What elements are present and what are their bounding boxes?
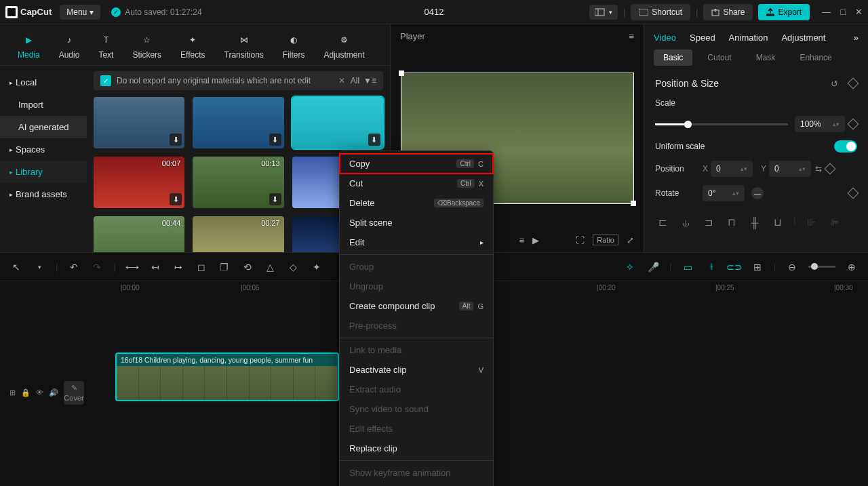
selection-tool-icon[interactable]: ↖ (9, 260, 23, 274)
media-thumbnail[interactable]: 00:13⬇ (193, 157, 283, 208)
tab-filters[interactable]: ◐Filters (273, 30, 315, 65)
preview-icon[interactable]: ⊞ (751, 260, 764, 274)
zoom-out-icon[interactable]: ⊖ (785, 260, 799, 274)
keyframe-icon[interactable] (848, 119, 859, 130)
delete-right-icon[interactable]: ↦ (172, 260, 185, 274)
download-icon[interactable]: ⬇ (170, 134, 182, 146)
duplicate-icon[interactable]: ❐ (218, 260, 231, 274)
tab-media[interactable]: ▶Media (8, 30, 50, 65)
rotate-input[interactable]: 0°▴▾ (703, 185, 745, 201)
shortcut-button[interactable]: Shortcut (631, 4, 690, 20)
reverse-icon[interactable]: ⟲ (241, 260, 254, 274)
media-thumbnail[interactable]: 00:07⬇ (94, 157, 184, 208)
scale-slider[interactable] (655, 123, 788, 125)
menu-item-copy[interactable]: CopyCtrlC (340, 154, 493, 174)
freeze-icon[interactable]: ✦ (310, 260, 323, 274)
align-center-v-icon[interactable]: ╫ (747, 215, 762, 230)
mic-icon[interactable]: 🎤 (646, 260, 660, 274)
subtab-enhance[interactable]: Enhance (790, 49, 841, 66)
magnet-icon[interactable]: ⫲ (705, 260, 718, 274)
mirror-h-icon[interactable]: △ (264, 260, 277, 274)
align-top-icon[interactable]: ⊓ (724, 215, 739, 230)
distribute-v-icon[interactable]: ⊫ (827, 215, 842, 230)
inspector-tab-speed[interactable]: Speed (690, 33, 715, 43)
menu-item-split-scene[interactable]: Split scene (340, 213, 493, 232)
align-center-h-icon[interactable]: ⫝ (678, 215, 693, 230)
distribute-h-icon[interactable]: ⊪ (804, 215, 818, 230)
media-thumbnail[interactable]: ⬇ (94, 97, 184, 148)
share-button[interactable]: Share (703, 4, 753, 20)
delete-left-icon[interactable]: ↤ (149, 260, 162, 274)
reset-icon[interactable]: ↺ (831, 79, 838, 89)
menu-item-create-compound-clip[interactable]: Create compound clipAltG (340, 296, 493, 316)
scale-input[interactable]: 100%▴▾ (795, 116, 845, 132)
ratio-button[interactable]: Ratio (593, 235, 618, 245)
minimize-button[interactable]: — (822, 7, 831, 17)
download-icon[interactable]: ⬇ (368, 134, 380, 146)
maximize-button[interactable]: □ (840, 7, 846, 17)
link-icon[interactable]: ⊂⊃ (728, 260, 741, 274)
aspect-button[interactable]: ▾ (589, 5, 618, 20)
zoom-in-icon[interactable]: ⊕ (845, 260, 859, 274)
close-warning-icon[interactable]: ✕ (338, 76, 345, 85)
media-thumbnail[interactable]: ⬇ (292, 97, 383, 148)
align-bottom-icon[interactable]: ⊔ (770, 215, 785, 230)
tab-stickers[interactable]: ☆Stickers (123, 30, 171, 65)
keyframe-icon[interactable] (848, 188, 859, 199)
filter-icon[interactable]: ▼≡ (363, 76, 376, 85)
sidebar-item-import[interactable]: Import (0, 94, 87, 116)
cover-button[interactable]: ✎ Cover (64, 381, 84, 405)
pos-x-input[interactable]: 0▴▾ (711, 161, 753, 177)
export-button[interactable]: Export (758, 4, 810, 20)
redo-icon[interactable]: ↷ (90, 260, 104, 274)
media-thumbnail[interactable]: ⬇ (193, 97, 283, 148)
tab-effects[interactable]: ✦Effects (171, 30, 214, 65)
align-left-icon[interactable]: ⊏ (655, 215, 670, 230)
menu-item-replace-clip[interactable]: Replace clip (340, 439, 493, 458)
rotate-dial-icon[interactable]: — (751, 187, 764, 199)
link-icon[interactable]: ⇆ (815, 164, 822, 174)
menu-item-edit[interactable]: Edit▸ (340, 232, 493, 252)
subtab-cutout[interactable]: Cutout (698, 49, 741, 66)
download-icon[interactable]: ⬇ (170, 193, 182, 205)
snap-icon[interactable]: ▭ (682, 260, 695, 274)
mirror-v-icon[interactable]: ◇ (287, 260, 300, 274)
list-icon[interactable]: ≡ (519, 235, 525, 245)
keyframe-icon[interactable] (825, 163, 836, 175)
sidebar-item-spaces[interactable]: ▸Spaces (0, 138, 87, 161)
play-button[interactable]: ▶ (532, 235, 539, 245)
uniform-scale-toggle[interactable] (834, 140, 857, 153)
player-menu-icon[interactable]: ≡ (629, 31, 634, 41)
sidebar-item-ai-generated[interactable]: AI generated (0, 116, 87, 138)
sidebar-item-local[interactable]: ▸Local (0, 71, 87, 94)
project-name[interactable]: 0412 (425, 7, 444, 17)
subtab-mask[interactable]: Mask (747, 49, 785, 66)
subtab-basic[interactable]: Basic (654, 49, 692, 66)
mute-icon[interactable]: 🔊 (49, 388, 58, 397)
more-tabs-icon[interactable]: » (854, 33, 859, 43)
split-icon[interactable]: ⟷ (125, 260, 139, 274)
inspector-tab-adjustment[interactable]: Adjustment (781, 33, 825, 43)
menu-item-range[interactable]: Range▸ (340, 483, 493, 486)
download-icon[interactable]: ⬇ (269, 134, 281, 146)
tab-audio[interactable]: ♪Audio (50, 30, 90, 65)
tab-adjustment[interactable]: ⚙Adjustment (314, 30, 374, 65)
add-track-icon[interactable]: ⊞ (9, 388, 16, 397)
inspector-tab-animation[interactable]: Animation (729, 33, 768, 43)
tab-transitions[interactable]: ⋈Transitions (215, 30, 273, 65)
menu-item-delete[interactable]: Delete⌫Backspace (340, 193, 493, 213)
media-thumbnail[interactable]: 00:44⬇ (94, 216, 184, 252)
media-thumbnail[interactable]: 00:27⬇ (193, 216, 283, 252)
menu-button[interactable]: Menu ▾ (60, 5, 100, 20)
align-right-icon[interactable]: ⊐ (701, 215, 716, 230)
keyframe-icon[interactable] (848, 78, 859, 89)
crop-icon[interactable]: ◻ (195, 260, 208, 274)
expand-icon[interactable]: ⤢ (627, 235, 634, 245)
lock-icon[interactable]: 🔒 (21, 388, 31, 397)
zoom-slider[interactable] (808, 266, 835, 268)
fullscreen-frame-icon[interactable]: ⛶ (576, 235, 585, 245)
inspector-tab-video[interactable]: Video (654, 33, 676, 43)
magic-icon[interactable]: ✧ (623, 260, 637, 274)
timeline-clip[interactable]: 16of18 Children playing, dancing, young … (115, 352, 339, 401)
undo-icon[interactable]: ↶ (67, 260, 81, 274)
